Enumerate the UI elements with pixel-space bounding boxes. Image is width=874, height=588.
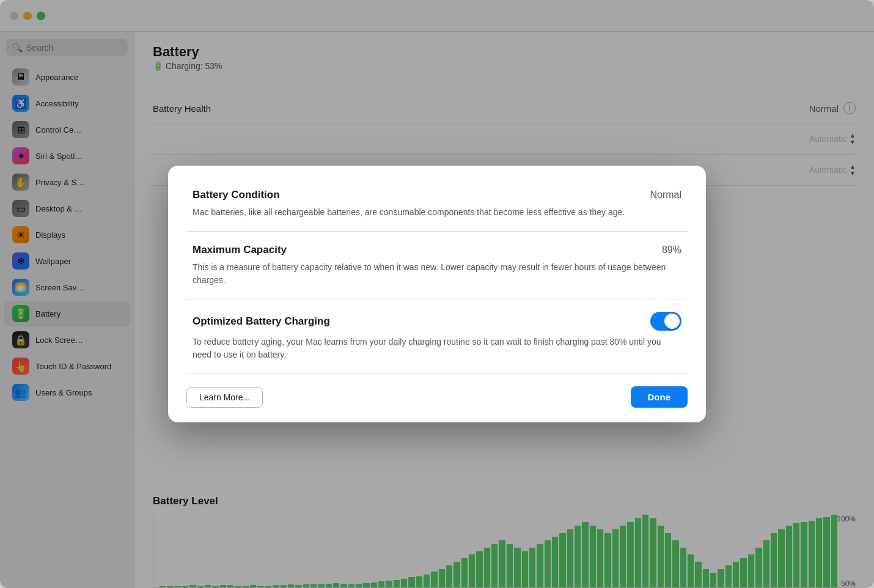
modal-section-battery-condition: Battery Condition Normal Mac batteries, … bbox=[186, 184, 688, 232]
max-capacity-title: Maximum Capacity bbox=[193, 244, 287, 256]
battery-condition-desc: Mac batteries, like all rechargeable bat… bbox=[193, 206, 681, 219]
battery-condition-value: Normal bbox=[650, 189, 681, 200]
toggle-knob bbox=[664, 314, 680, 329]
done-button[interactable]: Done bbox=[631, 386, 688, 408]
optimized-charging-desc: To reduce battery aging, your Mac learns… bbox=[193, 336, 681, 361]
main-window: 🔍 🖥Appearance♿Accessibility⊞Control Ce…✦… bbox=[0, 0, 874, 588]
modal-overlay[interactable]: Battery Condition Normal Mac batteries, … bbox=[0, 0, 874, 588]
optimized-charging-toggle[interactable] bbox=[650, 312, 681, 331]
modal-section-max-capacity: Maximum Capacity 89% This is a measure o… bbox=[186, 232, 688, 300]
optimized-charging-header: Optimized Battery Charging bbox=[193, 312, 681, 331]
battery-condition-title: Battery Condition bbox=[193, 189, 280, 201]
modal-section-optimized-charging: Optimized Battery Charging To reduce bat… bbox=[186, 300, 688, 374]
modal-footer: Learn More... Done bbox=[186, 386, 688, 408]
max-capacity-header: Maximum Capacity 89% bbox=[193, 244, 681, 256]
battery-condition-header: Battery Condition Normal bbox=[193, 189, 681, 201]
modal-dialog: Battery Condition Normal Mac batteries, … bbox=[168, 166, 706, 422]
learn-more-button[interactable]: Learn More... bbox=[186, 387, 263, 408]
optimized-charging-title: Optimized Battery Charging bbox=[193, 315, 330, 328]
max-capacity-value: 89% bbox=[662, 244, 681, 255]
max-capacity-desc: This is a measure of battery capacity re… bbox=[193, 261, 681, 287]
